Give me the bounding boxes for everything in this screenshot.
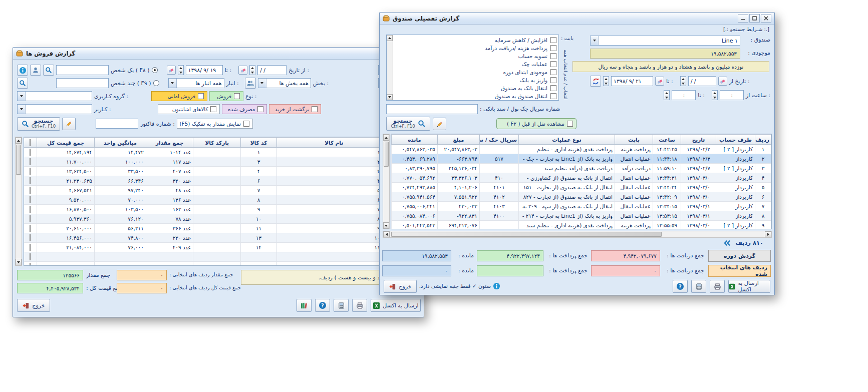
row-checkbox[interactable] (30, 263, 31, 266)
serial-input[interactable] (386, 104, 478, 114)
navigate-rows-button[interactable] (723, 239, 731, 247)
operation-type-item[interactable]: تسویه حساب (395, 52, 556, 60)
sales-titlebar[interactable]: گزارش فروش ها (13, 48, 424, 60)
checkbox[interactable] (550, 93, 556, 99)
to-date-spinner[interactable] (178, 65, 184, 75)
cash-table-row[interactable]: ۲ کاربرداز ۱۳۹۸/۰۲/۳ ۱۱:۴۴:۱۸ عملیات انت… (392, 154, 771, 164)
multi-person-input[interactable] (56, 78, 109, 88)
col-header-qty[interactable]: جمع مقدار (146, 138, 193, 148)
checkbox[interactable] (567, 121, 573, 127)
sales-table-row[interactable] (24, 262, 421, 266)
row-checkbox[interactable] (30, 253, 31, 260)
from-date-input[interactable]: / / (257, 65, 286, 75)
scroll-thumb[interactable] (391, 232, 662, 237)
cash-table-row[interactable]: ۵ کاربرداز ۱۳۹۸/۰۳/۰ ۱۳:۴۴:۳۴ عملیات انت… (392, 183, 771, 192)
cash-table-row[interactable]: ۶ کاربرداز ۱۳۹۸/۰۳/۰ ۱۳:۴۲:۰۹ عملیات انت… (392, 192, 771, 202)
operation-type-item[interactable]: موجودی ابتدای دوره (395, 68, 556, 76)
sales-table-row[interactable]: کالا ۲ ۳ ۱۱۷ عدد ۱۰۰,۰۰۰ ۱۱,۷۰۰,۰۰۰ (24, 157, 421, 167)
row-checkbox[interactable] (30, 215, 31, 222)
cash-table-row[interactable]: ۷ کاربرداز ۱۳۹۸/۰۳/۱ ۱۳:۳۴:۱۵ عملیات انت… (392, 202, 771, 211)
sales-table-row[interactable]: کالا ۷ ۹ ۱۶۳ عدد ۱۰۳,۵۰۰ ۱۶,۸۷۰,۵۰۰ (24, 205, 421, 214)
col-header-barcode[interactable]: بارکد کالا (193, 138, 241, 148)
cash-horizontal-scrollbar[interactable] (383, 231, 772, 238)
refresh-button[interactable] (590, 76, 601, 87)
export-excel-button[interactable]: ارسال به اکسل (371, 299, 421, 312)
to-time-input[interactable]: : (672, 90, 696, 100)
info-button[interactable] (17, 65, 28, 76)
sales-table-row[interactable]: کالا ۵ ۷ ۴۸ عدد ۹۷,۲۴۰ ۴,۶۶۷,۵۲۱ (24, 186, 421, 195)
col-header-about[interactable]: بابت (615, 135, 653, 145)
checkbox[interactable] (198, 93, 204, 99)
col-header-row[interactable]: ردیف (755, 135, 771, 145)
select-all-checkbox[interactable] (30, 139, 31, 146)
to-date-spinner[interactable] (603, 76, 609, 86)
checkbox[interactable] (550, 45, 556, 51)
cash-vertical-scrollbar[interactable] (383, 134, 390, 229)
cash-table-row[interactable]: ۱ کاربرداز [ ۲ ] ۱۳۹۸/۰۲/۲ ۱۴:۴۲:۲۵ پردا… (392, 145, 771, 154)
col-header-select[interactable] (24, 138, 37, 148)
checkbox[interactable] (243, 121, 249, 127)
scroll-up-button[interactable] (387, 35, 393, 41)
sales-table-row[interactable] (24, 252, 421, 262)
edit-button[interactable] (433, 118, 446, 130)
row-checkbox[interactable] (30, 158, 31, 165)
scroll-down-button[interactable] (387, 94, 393, 100)
store-combo[interactable]: همه انبار ها (168, 78, 224, 88)
checkbox[interactable] (550, 69, 556, 75)
sale-checkbox[interactable]: فروش (209, 91, 243, 101)
help-button[interactable]: ? (673, 280, 688, 293)
checkbox[interactable] (210, 106, 216, 112)
sales-table-row[interactable]: کالا ۱۱ ۱۴ ۴۰۹ عدد ۷۶,۰۰۰ ۳۱,۰۸۴,۰۰۰ (24, 243, 421, 252)
section-combo[interactable]: همه بخش ها (258, 78, 311, 88)
one-person-radio[interactable] (152, 67, 158, 73)
select-all-vertical-label[interactable]: انتخاب / عدم انتخاب همه (563, 44, 568, 100)
sales-vertical-scrollbar[interactable] (15, 137, 22, 266)
gift-items-checkbox[interactable]: کالاهای اشانتیون (158, 104, 220, 114)
close-button[interactable] (761, 14, 771, 23)
sections-button[interactable] (245, 78, 256, 89)
print-button[interactable] (710, 280, 725, 293)
checkbox[interactable] (550, 37, 556, 43)
search-button[interactable]: جستجوCtrl+F, F10 (386, 117, 430, 131)
col-header-amount[interactable]: مبلغ (438, 135, 480, 145)
from-date-input[interactable]: / / (688, 76, 716, 86)
scroll-right-button[interactable] (765, 231, 771, 237)
person-search-button[interactable] (43, 65, 54, 76)
purchase-return-checkbox[interactable]: برگشت از خرید (269, 104, 321, 114)
checkbox[interactable] (550, 85, 556, 91)
operation-type-item[interactable]: واریز به بانک (395, 76, 556, 84)
cash-table-row[interactable]: ۴ کاربرداز ۱۳۹۸/۰۳/۰ ۱۳:۴۴:۳۱ عملیات انت… (392, 173, 771, 183)
clear-from-date-button[interactable] (238, 66, 247, 75)
row-checkbox[interactable] (30, 168, 31, 175)
row-checkbox[interactable] (30, 187, 31, 194)
clear-to-date-button[interactable] (655, 77, 664, 86)
view-previous-carry-checkbox[interactable]: مشاهده نقل از قبل ( F۲ ) (496, 118, 576, 129)
checkbox[interactable] (550, 61, 556, 67)
reports-button[interactable] (297, 299, 312, 312)
row-checkbox[interactable] (30, 196, 31, 203)
exit-button[interactable]: خروج (384, 280, 417, 293)
clear-from-date-button[interactable] (718, 77, 727, 86)
clear-to-date-button[interactable] (167, 66, 176, 75)
from-time-input[interactable]: : (720, 90, 744, 100)
edit-button[interactable] (62, 118, 76, 130)
col-header-date[interactable]: تاریخ (681, 135, 716, 145)
print-button[interactable] (352, 299, 367, 312)
to-date-input[interactable]: ۱۳۹۸/ ۹/ ۲۱ (611, 76, 653, 86)
exit-button[interactable]: خروج (17, 299, 50, 312)
row-checkbox[interactable] (30, 206, 31, 213)
operation-type-item[interactable]: انتقال بانک به صندوق (395, 84, 556, 92)
consignment-sale-checkbox[interactable]: فروش امانی (151, 91, 207, 101)
operation-type-item[interactable]: پرداخت هزینه /دریافت درآمد (395, 44, 556, 52)
help-button[interactable]: ? (315, 299, 330, 312)
col-header-name[interactable]: نام کالا (277, 138, 391, 148)
scroll-down-button[interactable] (383, 222, 389, 229)
cashbox-titlebar[interactable]: گزارش تفصیلی صندوق (380, 13, 774, 25)
from-date-spinner[interactable] (249, 65, 255, 75)
col-header-time[interactable]: ساعت (653, 135, 681, 145)
to-time-spinner[interactable] (664, 90, 670, 100)
list-scrollbar[interactable] (387, 35, 393, 100)
person-search-input[interactable] (56, 65, 109, 75)
sales-table-row[interactable]: کالا ۹ ۱۱ ۳۶۶ عدد ۵۶,۳۱۱ ۲۰,۶۱۰,۰۰۰ (24, 224, 421, 233)
user-group-combo[interactable] (17, 91, 92, 101)
